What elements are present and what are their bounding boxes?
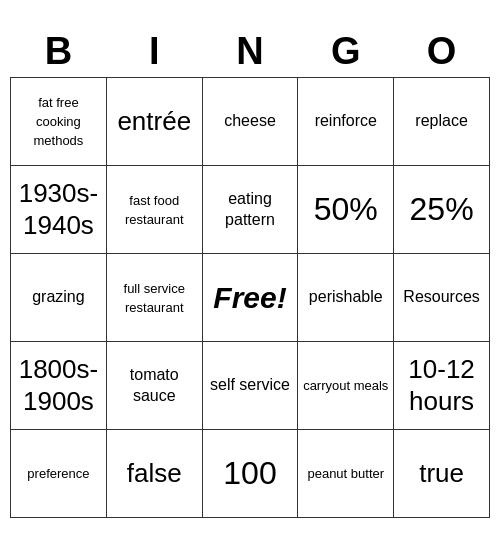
cell-text-1-4: 25%	[410, 191, 474, 227]
cell-1-4: 25%	[394, 166, 490, 254]
cell-text-0-0: fat free cooking methods	[33, 95, 83, 148]
cell-text-4-3: peanut butter	[307, 466, 384, 481]
cell-0-1: entrée	[106, 78, 202, 166]
cell-0-2: cheese	[202, 78, 298, 166]
cell-text-1-2: eating pattern	[225, 190, 275, 228]
cell-2-4: Resources	[394, 254, 490, 342]
cell-1-1: fast food restaurant	[106, 166, 202, 254]
cell-text-0-3: reinforce	[315, 112, 377, 129]
cell-text-4-0: preference	[27, 466, 89, 481]
cell-2-1: full service restaurant	[106, 254, 202, 342]
cell-text-3-1: tomato sauce	[130, 366, 179, 404]
cell-4-4: true	[394, 430, 490, 518]
cell-text-1-1: fast food restaurant	[125, 193, 184, 227]
cell-3-0: 1800s-1900s	[11, 342, 107, 430]
header-g: G	[298, 26, 394, 78]
cell-text-1-3: 50%	[314, 191, 378, 227]
cell-2-0: grazing	[11, 254, 107, 342]
cell-0-4: replace	[394, 78, 490, 166]
header-b: B	[11, 26, 107, 78]
table-row: preferencefalse100peanut buttertrue	[11, 430, 490, 518]
cell-0-0: fat free cooking methods	[11, 78, 107, 166]
cell-text-0-1: entrée	[117, 106, 191, 136]
cell-text-4-2: 100	[223, 455, 276, 491]
cell-text-0-2: cheese	[224, 112, 276, 129]
cell-2-3: perishable	[298, 254, 394, 342]
cell-2-2: Free!	[202, 254, 298, 342]
cell-text-1-0: 1930s-1940s	[19, 178, 99, 239]
header-n: N	[202, 26, 298, 78]
header-i: I	[106, 26, 202, 78]
header-o: O	[394, 26, 490, 78]
cell-text-3-3: carryout meals	[303, 378, 388, 393]
cell-3-3: carryout meals	[298, 342, 394, 430]
cell-text-2-2: Free!	[213, 281, 286, 314]
cell-4-0: preference	[11, 430, 107, 518]
cell-text-2-3: perishable	[309, 288, 383, 305]
cell-1-2: eating pattern	[202, 166, 298, 254]
cell-4-2: 100	[202, 430, 298, 518]
table-row: 1930s-1940sfast food restauranteating pa…	[11, 166, 490, 254]
cell-3-2: self service	[202, 342, 298, 430]
cell-text-4-1: false	[127, 458, 182, 488]
cell-4-3: peanut butter	[298, 430, 394, 518]
header-row: B I N G O	[11, 26, 490, 78]
table-row: grazingfull service restaurantFree!peris…	[11, 254, 490, 342]
cell-text-2-0: grazing	[32, 288, 84, 305]
cell-1-0: 1930s-1940s	[11, 166, 107, 254]
cell-text-3-0: 1800s-1900s	[19, 354, 99, 415]
table-row: 1800s-1900stomato sauceself servicecarry…	[11, 342, 490, 430]
cell-text-2-4: Resources	[403, 288, 479, 305]
cell-text-3-2: self service	[210, 376, 290, 393]
cell-text-4-4: true	[419, 458, 464, 488]
table-row: fat free cooking methodsentréecheeserein…	[11, 78, 490, 166]
cell-text-2-1: full service restaurant	[124, 281, 185, 315]
cell-0-3: reinforce	[298, 78, 394, 166]
cell-text-3-4: 10-12 hours	[408, 354, 475, 415]
cell-3-1: tomato sauce	[106, 342, 202, 430]
cell-3-4: 10-12 hours	[394, 342, 490, 430]
cell-4-1: false	[106, 430, 202, 518]
cell-text-0-4: replace	[415, 112, 467, 129]
cell-1-3: 50%	[298, 166, 394, 254]
